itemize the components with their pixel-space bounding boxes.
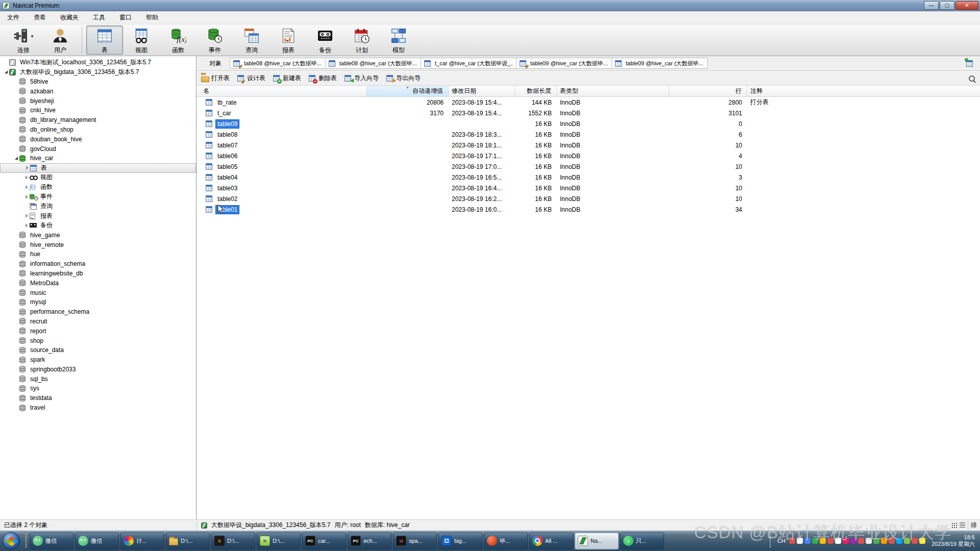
maximize-button[interactable]: ▢ — [940, 1, 954, 10]
column-header-rows[interactable]: 行 — [669, 86, 747, 96]
toolbar-model-button[interactable]: 模型 — [380, 26, 417, 55]
taskbar-clock[interactable]: 18:5 2023/8/19 星期六 — [927, 534, 978, 547]
taskbar-button-sublime-d[interactable]: SD:\... — [211, 533, 255, 549]
sidebar-item-azkaban[interactable]: azkaban — [0, 86, 196, 96]
expand-arrow-icon[interactable] — [23, 195, 30, 199]
table-row-table05[interactable]: table052023-08-19 17:0...16 KBInnoDB10 — [197, 161, 980, 172]
taskbar-button-navicat-na[interactable]: Na... — [575, 533, 619, 549]
sidebar-item-item[interactable]: 事件 — [0, 192, 196, 202]
column-header-engine[interactable]: 表类型 — [557, 86, 669, 96]
list-view-icon[interactable] — [960, 522, 965, 528]
sidebar-item-item[interactable]: 备份 — [0, 221, 196, 231]
expand-arrow-icon[interactable] — [23, 214, 30, 218]
sidebar-item-douban-book-hive[interactable]: douban_book_hive — [0, 134, 196, 144]
table-row-table02[interactable]: table022023-08-19 16:2...16 KBInnoDB10 — [197, 193, 980, 204]
toolbar-report-button[interactable]: 报表 — [270, 26, 307, 55]
taskbar-button-pycharm-car[interactable]: PCcar... — [302, 533, 346, 549]
sidebar-item-hive-car[interactable]: hive_car — [0, 154, 196, 163]
taskbar-button-idea-spa[interactable]: IJspa... — [393, 533, 437, 549]
tab-t-car-open[interactable]: t_car @hive_car (大数据毕设_... — [421, 58, 517, 68]
toolbar-query-button[interactable]: 查询 — [233, 26, 270, 55]
menu-tools[interactable]: 工具 — [86, 11, 112, 24]
taskbar-button-qqmusic[interactable]: ♪只... — [620, 533, 664, 549]
table-row-table03[interactable]: table032023-08-19 16:4...16 KBInnoDB10 — [197, 183, 980, 193]
taskbar-button-chrome-all[interactable]: All ... — [529, 533, 573, 549]
collapse-arrow-icon[interactable] — [3, 70, 9, 73]
sidebar-item-db-library-management[interactable]: db_library_management — [0, 115, 196, 125]
sidebar-item-performance-schema[interactable]: performance_schema — [0, 307, 196, 317]
tray-icon[interactable] — [812, 538, 818, 544]
taskbar-button-bluebox-big[interactable]: big... — [438, 533, 482, 549]
delete-table-button[interactable]: − 删除表 — [308, 74, 337, 83]
taskbar-button-wechat[interactable]: 微信 — [75, 533, 119, 549]
sidebar-item-sql-bs[interactable]: sql_bs — [0, 374, 196, 384]
tray-icon[interactable] — [889, 538, 895, 544]
start-button-icon[interactable] — [3, 532, 20, 549]
sidebar-item-travel[interactable]: travel — [0, 403, 196, 413]
sidebar-item-learningwebsite-db[interactable]: learningwebsite_db — [0, 269, 196, 279]
sidebar-item-report[interactable]: report — [0, 326, 196, 336]
table-row-table08[interactable]: table082023-08-19 18:3...16 KBInnoDB6 — [197, 129, 980, 140]
tray-icon[interactable] — [835, 538, 841, 544]
tray-icon[interactable] — [804, 538, 811, 544]
menu-view[interactable]: 查看 — [27, 11, 53, 24]
new-tab-button[interactable] — [966, 58, 977, 68]
sidebar-item-govcloud[interactable]: govCloud — [0, 144, 196, 154]
menu-window[interactable]: 窗口 — [112, 11, 139, 24]
column-header-modified-date[interactable]: 修改日期 — [449, 86, 515, 96]
sidebar-item-recruit[interactable]: recruit — [0, 317, 196, 327]
expand-arrow-icon[interactable] — [23, 176, 30, 180]
column-header-auto-increment[interactable]: ▼自动递增值 — [367, 86, 449, 96]
tab-table09-open[interactable]: table09 @hive_car (大数据毕... — [612, 58, 707, 68]
sidebar-item-source-data[interactable]: source_data — [0, 345, 196, 355]
toolbar-view-button[interactable]: 视图 — [123, 26, 160, 55]
taskbar-button-folder-d[interactable]: D:\... — [166, 533, 210, 549]
taskbar-button-redball[interactable]: 毕... — [484, 533, 528, 549]
menu-file[interactable]: 文件 — [0, 11, 27, 24]
column-header-name[interactable]: 名 — [197, 86, 367, 96]
tray-icon[interactable] — [827, 538, 834, 544]
toolbar-connection-button[interactable]: ▼ 连接 — [5, 26, 42, 55]
table-row-t-car[interactable]: t_car31702023-08-19 15:4...1552 KBInnoDB… — [197, 108, 980, 118]
sidebar-item-bigdata-3306-123456-5-7[interactable]: 大数据毕设_bigdata_3306_123456_版本5.7 — [0, 67, 196, 77]
sidebar-item-springbootb2033[interactable]: springbootb2033 — [0, 365, 196, 374]
sidebar-item-hive-remote[interactable]: hive_remote — [0, 240, 196, 249]
toolbar-event-button[interactable]: 事件 — [197, 26, 233, 55]
tray-icon[interactable] — [873, 538, 879, 544]
tray-icon[interactable] — [881, 538, 887, 544]
close-button[interactable]: ✕ — [955, 1, 978, 10]
tray-icon[interactable] — [850, 538, 856, 544]
tab-table08-design[interactable]: table08 @hive_car (大数据毕... — [230, 58, 326, 68]
grid-view-icon[interactable] — [951, 522, 957, 528]
expand-arrow-icon[interactable] — [23, 185, 30, 189]
sidebar-item-item[interactable]: 报表 — [0, 211, 196, 221]
toolbar-backup-button[interactable]: 备份 — [307, 26, 344, 55]
expand-arrow-icon[interactable] — [23, 223, 30, 228]
tab-table08-open[interactable]: table08 @hive_car (大数据毕... — [326, 58, 421, 68]
sidebar-item-item[interactable]: 查询 — [0, 202, 196, 211]
taskbar-button-pycharm-ech[interactable]: PCech... — [348, 533, 391, 549]
tray-icon[interactable] — [904, 538, 910, 544]
sidebar-item-db-online-shop[interactable]: db_online_shop — [0, 125, 196, 135]
sidebar-item-sys[interactable]: sys — [0, 384, 196, 393]
sidebar-item-cnki-hive[interactable]: cnki_hive — [0, 106, 196, 115]
menu-help[interactable]: 帮助 — [139, 11, 165, 24]
table-row-table09[interactable]: table0916 KBInnoDB0 — [197, 118, 980, 129]
tray-icon[interactable] — [843, 538, 849, 544]
sidebar-item-58hive[interactable]: 58hive — [0, 77, 196, 87]
taskbar-button-rainbow[interactable]: 计... — [120, 533, 164, 549]
column-header-data-length[interactable]: 数据长度 — [515, 86, 557, 96]
sidebar-item-hive-game[interactable]: hive_game — [0, 230, 196, 240]
tray-icon[interactable] — [912, 538, 918, 544]
sidebar-item-biyesheji[interactable]: biyesheji — [0, 96, 196, 106]
sidebar-item-win7-localhost-3306-123456-5-7[interactable]: Win7本地测试_localhost_3306_123456_版本5.7 — [0, 58, 196, 67]
table-row-table06[interactable]: table062023-08-19 17:1...16 KBInnoDB4 — [197, 151, 980, 161]
sidebar-item-item[interactable]: 视图 — [0, 173, 196, 183]
tray-icon[interactable] — [896, 538, 902, 544]
sidebar-item-shop[interactable]: shop — [0, 336, 196, 345]
tray-icon[interactable] — [866, 538, 872, 544]
sidebar-item-item[interactable]: 表 — [0, 163, 196, 173]
taskbar-button-notepad-d[interactable]: ND:\... — [257, 533, 301, 549]
tray-icon[interactable] — [919, 538, 925, 544]
tray-icon[interactable] — [797, 538, 803, 544]
